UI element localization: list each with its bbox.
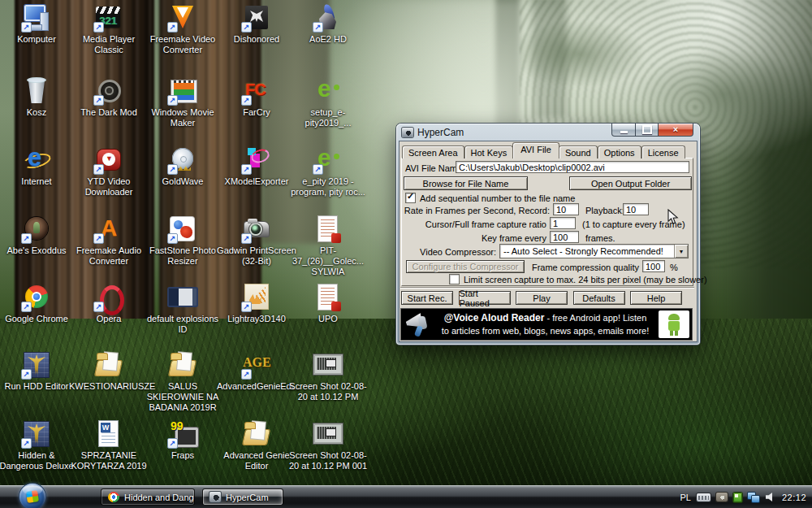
desktop-icon-komputer[interactable]: ↗Komputer: [0, 4, 73, 45]
desktop-icon-ytd-video-downloader[interactable]: ▼↗YTD Video Downloader: [72, 146, 145, 198]
desktop-icon-hidden-dangerous-deluxe[interactable]: ↗Hidden & Dangerous Deluxe: [0, 420, 73, 471]
close-button[interactable]: ×: [658, 124, 693, 137]
shortcut-arrow-icon: ↗: [313, 164, 323, 175]
desktop-icon-advancedgenieedi[interactable]: AGE↗AdvancedGenieEdi...: [220, 351, 293, 392]
desktop-icon-label: Dishonored: [217, 34, 296, 45]
desktop-icon-internet[interactable]: eInternet: [0, 146, 73, 187]
desktop-icon-dishonored[interactable]: ↗Dishonored: [220, 4, 293, 45]
checkbox-box[interactable]: [449, 274, 460, 284]
taskbar-button-hypercam[interactable]: HyperCam: [202, 488, 283, 506]
start-paused-button[interactable]: Start Paused: [459, 291, 511, 305]
desktop-icon-default-explosions-id[interactable]: default explosions ID: [146, 284, 219, 335]
desktop-icon-upo[interactable]: UPO: [292, 284, 365, 324]
play-button[interactable]: Play: [516, 291, 568, 305]
desktop-icon-kosz[interactable]: Kosz: [0, 77, 73, 118]
limit-checkbox[interactable]: Limit screen capture to max. 24 bits per…: [449, 274, 707, 284]
desktop-icon-advanced-genie-editor[interactable]: Advanced Genie Editor: [220, 420, 293, 471]
taskbar-button-hidden-and-danger[interactable]: Hidden and Danger...: [101, 488, 195, 506]
tray-camera-icon[interactable]: [716, 493, 728, 501]
tab-avi-file[interactable]: AVI File: [512, 142, 559, 158]
start-rec-button[interactable]: Start Rec.: [401, 291, 453, 305]
desktop-icon-kwestionariusze[interactable]: KWESTIONARIUSZE: [72, 351, 145, 392]
desktop-icon-xmodelexporter[interactable]: ↗XModelExporter: [220, 146, 293, 187]
shortcut-arrow-icon: ↗: [241, 95, 252, 106]
minimize-icon: [620, 131, 628, 133]
window-client-area: Screen AreaHot KeysAVI FileSoundOptionsL…: [399, 141, 698, 342]
limit-checkbox-label: Limit screen capture to max. 24 bits per…: [464, 275, 707, 284]
keyboard-layout-icon[interactable]: [697, 493, 710, 501]
desktop-icon-goldwave[interactable]: ↗GoldWave: [146, 146, 219, 187]
video-compressor-select[interactable]: -- Auto Select - Strongly Recommended! ▼: [499, 244, 689, 258]
tab-license[interactable]: License: [641, 145, 685, 158]
desktop-icon-screen-shot-02-08-20-at-10-12-pm-001[interactable]: Screen Shot 02-08-20 at 10.12 PM 001: [292, 420, 365, 471]
desktop-icon-aoe2-hd[interactable]: ↗AoE2 HD: [292, 4, 365, 45]
open-output-folder-button[interactable]: Open Output Folder: [569, 176, 692, 190]
tab-screen-area[interactable]: Screen Area: [402, 145, 464, 158]
tab-sound[interactable]: Sound: [559, 145, 598, 158]
help-button[interactable]: Help: [630, 291, 682, 305]
start-button[interactable]: [19, 484, 45, 508]
icon-tile: FC↗: [243, 77, 270, 105]
avi-file-name-input[interactable]: [456, 161, 689, 173]
desktop-icon-windows-movie-maker[interactable]: ↗Windows Movie Maker: [146, 77, 219, 128]
desktop-icon-salus-skierownie-na-badania-2019r[interactable]: SALUS SKIEROWNIE NA BADANIA 2019R: [146, 351, 219, 414]
record-fps-input[interactable]: [553, 203, 579, 215]
desktop-icon-google-chrome[interactable]: ↗Google Chrome: [0, 284, 73, 324]
icon-tile: ↗: [95, 77, 123, 105]
playback-fps-input[interactable]: [623, 203, 649, 215]
desktop-icon-farcry[interactable]: FC↗FarCry: [220, 77, 293, 118]
seq-checkbox[interactable]: ✓ Add sequential number to the file name: [405, 193, 575, 203]
desktop-icon-faststone-photo-resizer[interactable]: ↗FastStone Photo Resizer: [146, 215, 219, 267]
minimize-button[interactable]: [611, 124, 636, 137]
maximize-button[interactable]: [635, 124, 659, 137]
desktop-icon-media-player-classic[interactable]: 321↗Media Player Classic: [72, 4, 145, 55]
desktop-icon-label: SALUS SKIEROWNIE NA BADANIA 2019R: [143, 381, 222, 414]
language-indicator[interactable]: PL: [680, 493, 691, 502]
ad-text: @Voice Aloud Reader - free Android app! …: [432, 312, 659, 336]
defaults-button[interactable]: Defaults: [573, 291, 625, 305]
desktop-icon-fraps[interactable]: 99↗Fraps: [146, 420, 219, 461]
desktop-icon-setup-e-pity2019[interactable]: esetup_e-pity2019_...: [292, 77, 365, 128]
desktop-icon-the-dark-mod[interactable]: ↗The Dark Mod: [72, 77, 145, 118]
cursor-ratio-input[interactable]: [550, 217, 576, 229]
separator: [400, 287, 694, 289]
folder-icon: [169, 351, 197, 379]
desktop-icon-freemake-video-converter[interactable]: ↗Freemake Video Converter: [146, 4, 219, 55]
window-titlebar[interactable]: HyperCam ×: [396, 124, 700, 141]
keyframe-input[interactable]: [550, 231, 579, 243]
volume-icon[interactable]: [766, 493, 776, 502]
desktop-icon-e-pity-2019-program-pity-roc[interactable]: e↗e_pity 2019 - program, pity roc...: [292, 146, 365, 198]
shortcut-arrow-icon: ↗: [93, 302, 104, 312]
desktop-icon-freemake-audio-converter[interactable]: A↗Freemake Audio Converter: [72, 215, 145, 267]
quality-input[interactable]: [642, 260, 665, 272]
browse-for-file-name-button[interactable]: Browse for File Name: [404, 176, 528, 190]
tab-options[interactable]: Options: [598, 145, 641, 158]
desktop-icon-screen-shot-02-08-20-at-10-12-pm[interactable]: Screen Shot 02-08-20 at 10.12 PM: [292, 351, 365, 402]
icon-tile: W: [95, 420, 123, 448]
clock[interactable]: 22:12: [782, 493, 806, 502]
hypercam-icon: [209, 492, 221, 502]
shortcut-arrow-icon: ↗: [167, 95, 178, 106]
desktop-icon-sprz-tanie-korytarza-2019[interactable]: WSPRZĄTANIE KORYTARZA 2019: [72, 420, 145, 471]
desktop-icon-label: Screen Shot 02-08-20 at 10.12 PM: [288, 381, 368, 402]
tray-device-icon[interactable]: [733, 493, 742, 502]
checkbox-box[interactable]: ✓: [405, 193, 416, 203]
dropdown-arrow-icon[interactable]: ▼: [674, 245, 688, 258]
window-controls: ×: [611, 124, 693, 137]
icon-tile: ↗: [314, 4, 342, 32]
desktop-icon-gadwin-printscreen-32-bit[interactable]: ↗Gadwin PrintScreen (32-Bit): [220, 215, 293, 267]
desktop-icon-opera[interactable]: ↗Opera: [72, 284, 145, 324]
taskbar-button-label: HyperCam: [226, 493, 269, 502]
shortcut-arrow-icon: ↗: [93, 22, 104, 33]
desktop-icon-run-hdd-editor[interactable]: ↗Run HDD Editor: [0, 351, 73, 392]
network-icon[interactable]: [748, 493, 760, 502]
shortcut-arrow-icon: ↗: [241, 302, 252, 312]
desktop-icon-pit-37-26-golec-sylwia[interactable]: PIT-37_(26)__Golec... SYLWIA: [292, 215, 365, 278]
desktop-icon-abe-s-exoddus[interactable]: ↗Abe's Exoddus: [0, 215, 73, 256]
ad-banner[interactable]: @Voice Aloud Reader - free Android app! …: [400, 308, 693, 341]
configure-compressor-button[interactable]: Configure this Compressor: [406, 260, 525, 273]
desktop-icon-lightray3d140[interactable]: ↗Lightray3D140: [220, 284, 293, 324]
desktop-icon-label: PIT-37_(26)__Golec... SYLWIA: [288, 245, 368, 278]
android-robot-icon: [659, 310, 689, 338]
tab-hot-keys[interactable]: Hot Keys: [464, 145, 514, 158]
